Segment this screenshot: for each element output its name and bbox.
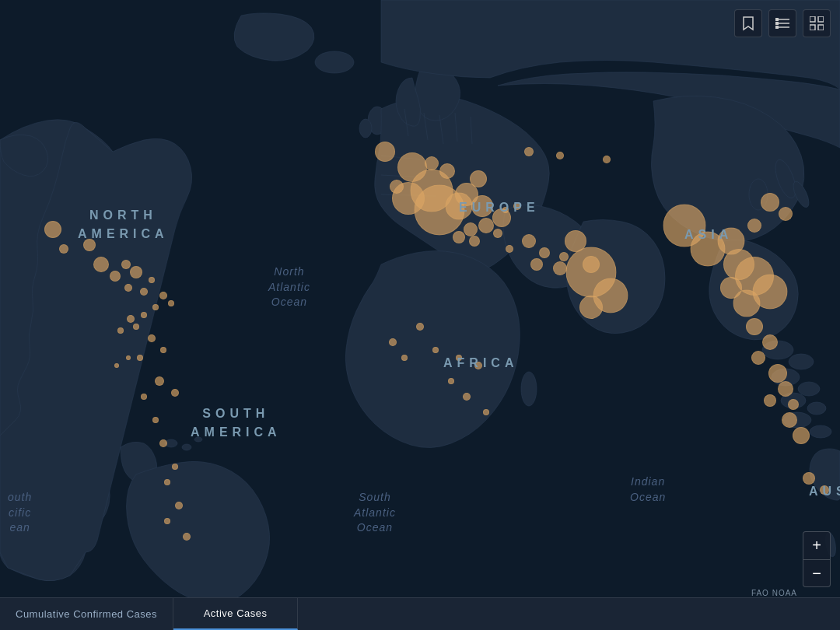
svg-point-7 [521,372,537,406]
zoom-in-button[interactable]: + [803,531,831,559]
svg-point-12 [789,354,814,369]
svg-point-17 [783,412,811,428]
attribution-text: FAO NOAA [751,589,797,597]
svg-rect-31 [775,18,779,21]
svg-point-2 [182,444,191,450]
svg-point-16 [807,402,826,415]
svg-rect-37 [818,25,824,30]
svg-point-11 [762,341,793,359]
svg-point-10 [749,179,768,210]
svg-point-13 [772,369,800,386]
svg-rect-33 [775,26,779,29]
tab-cumulative-confirmed[interactable]: Cumulative Confirmed Cases [0,598,173,630]
zoom-controls: + − [803,531,831,587]
grid-button[interactable] [803,9,831,37]
world-map [0,0,840,630]
svg-rect-36 [810,25,815,30]
svg-point-14 [798,382,820,396]
svg-rect-32 [775,22,779,25]
list-button[interactable] [768,9,796,37]
zoom-out-button[interactable]: − [803,559,831,587]
tab-active-cases[interactable]: Active Cases [173,598,298,630]
svg-rect-35 [818,16,824,22]
svg-point-1 [165,439,177,447]
bookmark-button[interactable] [734,9,762,37]
svg-point-15 [781,393,806,408]
map-container: NORTHAMERICASOUTHAMERICAEUROPEAFRICAASIA… [0,0,840,630]
svg-point-6 [359,119,372,138]
svg-point-18 [810,425,831,438]
toolbar [734,9,831,37]
tab-bar: Cumulative Confirmed Cases Active Cases [0,597,840,630]
svg-point-4 [315,51,354,73]
svg-point-3 [194,437,202,442]
svg-rect-34 [810,16,815,22]
